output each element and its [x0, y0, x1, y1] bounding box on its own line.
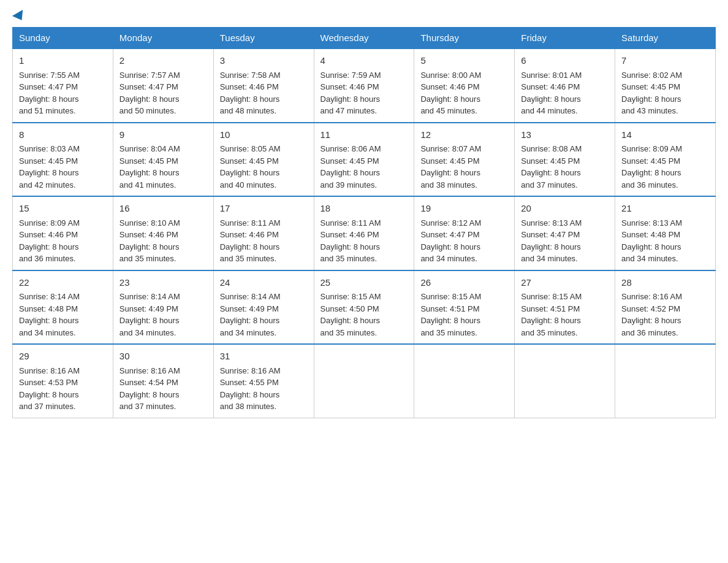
- calendar-empty-cell: [314, 344, 414, 418]
- day-info: Sunrise: 8:15 AMSunset: 4:51 PMDaylight:…: [521, 291, 609, 339]
- calendar-week-row: 8Sunrise: 8:03 AMSunset: 4:45 PMDaylight…: [13, 123, 716, 197]
- day-number: 8: [19, 128, 107, 142]
- calendar-header-row: SundayMondayTuesdayWednesdayThursdayFrid…: [13, 28, 716, 49]
- calendar-day-cell: 4Sunrise: 7:59 AMSunset: 4:46 PMDaylight…: [314, 48, 414, 123]
- day-number: 24: [220, 276, 308, 290]
- day-info: Sunrise: 8:16 AMSunset: 4:53 PMDaylight:…: [19, 365, 107, 413]
- day-number: 14: [621, 128, 709, 142]
- day-info: Sunrise: 8:14 AMSunset: 4:49 PMDaylight:…: [220, 291, 308, 339]
- day-number: 30: [119, 350, 207, 364]
- day-info: Sunrise: 8:08 AMSunset: 4:45 PMDaylight:…: [521, 143, 609, 191]
- day-info: Sunrise: 8:01 AMSunset: 4:46 PMDaylight:…: [521, 69, 609, 117]
- day-info: Sunrise: 8:05 AMSunset: 4:45 PMDaylight:…: [220, 143, 308, 191]
- calendar-header-saturday: Saturday: [615, 28, 716, 49]
- day-number: 2: [119, 54, 207, 68]
- calendar-day-cell: 13Sunrise: 8:08 AMSunset: 4:45 PMDayligh…: [515, 123, 615, 197]
- calendar-day-cell: 12Sunrise: 8:07 AMSunset: 4:45 PMDayligh…: [414, 123, 515, 197]
- day-info: Sunrise: 8:09 AMSunset: 4:46 PMDaylight:…: [19, 217, 107, 265]
- calendar-day-cell: 22Sunrise: 8:14 AMSunset: 4:48 PMDayligh…: [13, 270, 113, 345]
- calendar-week-row: 22Sunrise: 8:14 AMSunset: 4:48 PMDayligh…: [13, 270, 716, 345]
- calendar-empty-cell: [615, 344, 716, 418]
- day-number: 23: [119, 276, 207, 290]
- day-number: 15: [19, 202, 107, 216]
- day-number: 3: [220, 54, 308, 68]
- day-number: 22: [19, 276, 107, 290]
- day-info: Sunrise: 8:11 AMSunset: 4:46 PMDaylight:…: [220, 217, 308, 265]
- day-info: Sunrise: 8:11 AMSunset: 4:46 PMDaylight:…: [320, 217, 408, 265]
- day-info: Sunrise: 7:58 AMSunset: 4:46 PMDaylight:…: [220, 69, 308, 117]
- logo-triangle-icon: [12, 10, 27, 23]
- calendar-empty-cell: [414, 344, 515, 418]
- day-info: Sunrise: 8:16 AMSunset: 4:55 PMDaylight:…: [220, 365, 308, 413]
- day-info: Sunrise: 8:16 AMSunset: 4:54 PMDaylight:…: [119, 365, 207, 413]
- calendar-day-cell: 8Sunrise: 8:03 AMSunset: 4:45 PMDaylight…: [13, 123, 113, 197]
- calendar-day-cell: 15Sunrise: 8:09 AMSunset: 4:46 PMDayligh…: [13, 196, 113, 270]
- calendar-week-row: 1Sunrise: 7:55 AMSunset: 4:47 PMDaylight…: [13, 48, 716, 123]
- day-info: Sunrise: 8:13 AMSunset: 4:47 PMDaylight:…: [521, 217, 609, 265]
- calendar-week-row: 15Sunrise: 8:09 AMSunset: 4:46 PMDayligh…: [13, 196, 716, 270]
- calendar-day-cell: 26Sunrise: 8:15 AMSunset: 4:51 PMDayligh…: [414, 270, 515, 345]
- page-header: [12, 12, 716, 21]
- day-number: 16: [119, 202, 207, 216]
- day-info: Sunrise: 8:15 AMSunset: 4:51 PMDaylight:…: [420, 291, 508, 339]
- day-info: Sunrise: 8:07 AMSunset: 4:45 PMDaylight:…: [420, 143, 508, 191]
- day-number: 26: [420, 276, 508, 290]
- calendar-day-cell: 27Sunrise: 8:15 AMSunset: 4:51 PMDayligh…: [515, 270, 615, 345]
- calendar-day-cell: 9Sunrise: 8:04 AMSunset: 4:45 PMDaylight…: [113, 123, 213, 197]
- calendar-day-cell: 6Sunrise: 8:01 AMSunset: 4:46 PMDaylight…: [515, 48, 615, 123]
- calendar-header-monday: Monday: [113, 28, 213, 49]
- calendar-day-cell: 1Sunrise: 7:55 AMSunset: 4:47 PMDaylight…: [13, 48, 113, 123]
- calendar-header-sunday: Sunday: [13, 28, 113, 49]
- calendar-header-wednesday: Wednesday: [314, 28, 414, 49]
- calendar-day-cell: 5Sunrise: 8:00 AMSunset: 4:46 PMDaylight…: [414, 48, 515, 123]
- day-number: 10: [220, 128, 308, 142]
- calendar-empty-cell: [515, 344, 615, 418]
- day-info: Sunrise: 8:10 AMSunset: 4:46 PMDaylight:…: [119, 217, 207, 265]
- calendar-day-cell: 24Sunrise: 8:14 AMSunset: 4:49 PMDayligh…: [213, 270, 314, 345]
- day-number: 19: [420, 202, 508, 216]
- day-number: 12: [420, 128, 508, 142]
- calendar-header-thursday: Thursday: [414, 28, 515, 49]
- calendar-day-cell: 7Sunrise: 8:02 AMSunset: 4:45 PMDaylight…: [615, 48, 716, 123]
- calendar-day-cell: 20Sunrise: 8:13 AMSunset: 4:47 PMDayligh…: [515, 196, 615, 270]
- calendar-header-friday: Friday: [515, 28, 615, 49]
- day-number: 18: [320, 202, 408, 216]
- calendar-table: SundayMondayTuesdayWednesdayThursdayFrid…: [12, 27, 716, 418]
- calendar-day-cell: 16Sunrise: 8:10 AMSunset: 4:46 PMDayligh…: [113, 196, 213, 270]
- day-info: Sunrise: 8:09 AMSunset: 4:45 PMDaylight:…: [621, 143, 709, 191]
- day-info: Sunrise: 8:12 AMSunset: 4:47 PMDaylight:…: [420, 217, 508, 265]
- calendar-week-row: 29Sunrise: 8:16 AMSunset: 4:53 PMDayligh…: [13, 344, 716, 418]
- calendar-day-cell: 25Sunrise: 8:15 AMSunset: 4:50 PMDayligh…: [314, 270, 414, 345]
- day-number: 7: [621, 54, 709, 68]
- calendar-day-cell: 3Sunrise: 7:58 AMSunset: 4:46 PMDaylight…: [213, 48, 314, 123]
- day-info: Sunrise: 8:03 AMSunset: 4:45 PMDaylight:…: [19, 143, 107, 191]
- calendar-day-cell: 2Sunrise: 7:57 AMSunset: 4:47 PMDaylight…: [113, 48, 213, 123]
- day-number: 4: [320, 54, 408, 68]
- calendar-day-cell: 10Sunrise: 8:05 AMSunset: 4:45 PMDayligh…: [213, 123, 314, 197]
- day-number: 28: [621, 276, 709, 290]
- day-number: 31: [220, 350, 308, 364]
- day-info: Sunrise: 8:04 AMSunset: 4:45 PMDaylight:…: [119, 143, 207, 191]
- day-number: 5: [420, 54, 508, 68]
- day-info: Sunrise: 8:14 AMSunset: 4:48 PMDaylight:…: [19, 291, 107, 339]
- day-number: 21: [621, 202, 709, 216]
- day-info: Sunrise: 8:06 AMSunset: 4:45 PMDaylight:…: [320, 143, 408, 191]
- logo: [12, 12, 26, 21]
- day-info: Sunrise: 8:16 AMSunset: 4:52 PMDaylight:…: [621, 291, 709, 339]
- day-number: 11: [320, 128, 408, 142]
- calendar-day-cell: 14Sunrise: 8:09 AMSunset: 4:45 PMDayligh…: [615, 123, 716, 197]
- day-info: Sunrise: 7:59 AMSunset: 4:46 PMDaylight:…: [320, 69, 408, 117]
- day-number: 20: [521, 202, 609, 216]
- calendar-day-cell: 28Sunrise: 8:16 AMSunset: 4:52 PMDayligh…: [615, 270, 716, 345]
- day-info: Sunrise: 7:55 AMSunset: 4:47 PMDaylight:…: [19, 69, 107, 117]
- day-number: 27: [521, 276, 609, 290]
- day-number: 17: [220, 202, 308, 216]
- day-number: 25: [320, 276, 408, 290]
- calendar-day-cell: 23Sunrise: 8:14 AMSunset: 4:49 PMDayligh…: [113, 270, 213, 345]
- calendar-day-cell: 11Sunrise: 8:06 AMSunset: 4:45 PMDayligh…: [314, 123, 414, 197]
- day-number: 29: [19, 350, 107, 364]
- day-number: 1: [19, 54, 107, 68]
- calendar-day-cell: 18Sunrise: 8:11 AMSunset: 4:46 PMDayligh…: [314, 196, 414, 270]
- calendar-day-cell: 17Sunrise: 8:11 AMSunset: 4:46 PMDayligh…: [213, 196, 314, 270]
- day-info: Sunrise: 8:15 AMSunset: 4:50 PMDaylight:…: [320, 291, 408, 339]
